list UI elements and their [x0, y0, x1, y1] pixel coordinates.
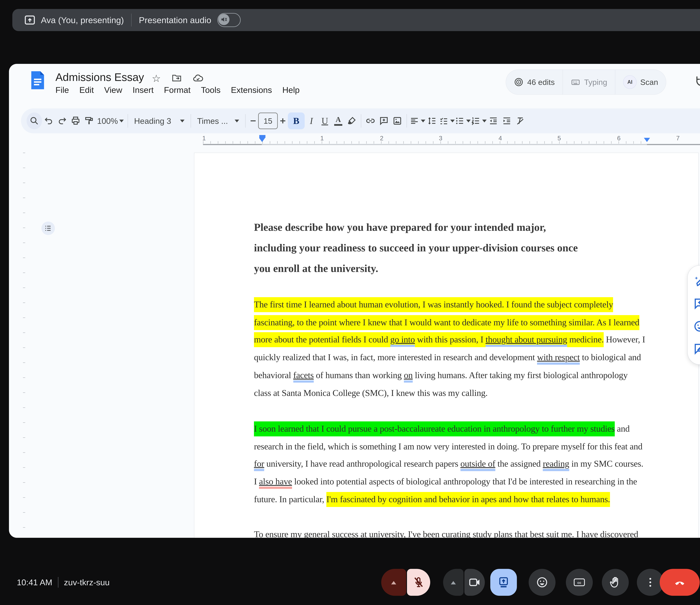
right-indent-marker[interactable]	[644, 138, 650, 145]
doc-text-segment[interactable]: with respect	[537, 352, 580, 365]
text-color-button[interactable]: A	[331, 113, 345, 129]
doc-text-segment[interactable]: including your readiness to succeed in y…	[254, 242, 578, 253]
horizontal-ruler[interactable]: 11234567	[21, 134, 700, 146]
doc-text-segment[interactable]: with this passion, I	[415, 332, 486, 347]
doc-text-segment[interactable]: more about the potential fields I could	[254, 332, 390, 347]
doc-text-line[interactable]: behavioral facets of humans than working…	[254, 370, 628, 380]
edit-trail-button[interactable]: 46 edits	[506, 70, 562, 94]
increase-indent-button[interactable]	[500, 113, 514, 129]
doc-text-segment[interactable]: quickly realized that I was, in fact, mo…	[254, 352, 537, 362]
highlight-color-button[interactable]	[345, 113, 358, 129]
doc-text-segment[interactable]: Please describe how you have prepared fo…	[254, 221, 546, 233]
doc-text-segment[interactable]: outside of	[460, 459, 495, 471]
doc-text-segment[interactable]: and	[615, 424, 630, 434]
redo-button[interactable]	[55, 113, 69, 129]
doc-text-segment[interactable]: However, I	[604, 334, 645, 344]
decrease-indent-button[interactable]	[486, 113, 500, 129]
cloud-check-icon[interactable]	[192, 73, 204, 84]
increase-font-button[interactable]	[278, 113, 288, 129]
doc-text-segment[interactable]: of humans than working	[314, 370, 404, 380]
reactions-button[interactable]	[529, 569, 555, 596]
doc-text-segment[interactable]: research in the field, which is somethin…	[254, 441, 643, 451]
doc-text-segment[interactable]: in my SMC courses.	[569, 459, 643, 468]
doc-text-line[interactable]: fascinating, to the point where I knew t…	[254, 317, 640, 328]
docs-logo[interactable]	[30, 70, 45, 91]
version-history-icon[interactable]	[695, 74, 700, 88]
numbered-list-button[interactable]	[471, 113, 486, 129]
scan-button[interactable]: AI Scan	[615, 70, 666, 94]
print-button[interactable]	[69, 113, 82, 129]
present-button-active[interactable]	[490, 569, 517, 596]
doc-text-line[interactable]: The first time I learned about human evo…	[254, 299, 613, 310]
doc-heading-line[interactable]: you enroll at the university.	[254, 262, 378, 274]
menu-view[interactable]: View	[104, 85, 122, 95]
font-size-input[interactable]: 15	[258, 113, 278, 129]
doc-text-segment[interactable]: living humans. After taking my first bio…	[413, 370, 628, 380]
camera-options-button[interactable]	[443, 569, 464, 596]
menu-help[interactable]: Help	[282, 85, 300, 95]
doc-text-segment[interactable]: medicine.	[567, 332, 604, 347]
doc-text-line[interactable]: more about the potential fields I could …	[254, 334, 645, 345]
star-icon[interactable]: ☆	[152, 73, 161, 84]
insert-link-button[interactable]	[364, 113, 377, 129]
doc-heading-line[interactable]: including your readiness to succeed in y…	[254, 242, 578, 254]
doc-text-segment[interactable]: reading	[543, 459, 569, 471]
document-title[interactable]: Admissions Essay	[55, 71, 144, 83]
doc-text-line[interactable]: for university, I have read anthropologi…	[254, 459, 643, 469]
doc-text-segment[interactable]: thought about pursuing	[485, 332, 567, 347]
captions-button[interactable]: cc	[566, 569, 593, 596]
mic-toggle-button[interactable]	[407, 569, 430, 596]
doc-text-segment[interactable]: on	[404, 370, 413, 383]
add-comment-button[interactable]	[693, 297, 700, 310]
menu-format[interactable]: Format	[164, 85, 191, 95]
search-menus-button[interactable]	[27, 113, 42, 129]
left-indent-marker[interactable]	[259, 138, 265, 145]
doc-text-segment[interactable]: fascinating, to the point where I knew t…	[254, 315, 640, 330]
doc-text-segment[interactable]: to biological and	[580, 352, 641, 362]
end-call-button[interactable]	[660, 569, 700, 596]
paragraph-style-select[interactable]: Heading 3	[130, 113, 188, 129]
menu-file[interactable]: File	[55, 85, 69, 95]
doc-text-segment[interactable]: I	[254, 477, 259, 486]
doc-text-segment[interactable]: behavioral	[254, 370, 293, 380]
doc-text-segment[interactable]: you enroll at the university.	[254, 262, 378, 274]
document-outline-button[interactable]	[42, 222, 55, 235]
paint-format-button[interactable]	[82, 113, 96, 129]
doc-text-segment[interactable]: To ensure my general success at universi…	[254, 529, 638, 538]
emoji-reaction-button[interactable]	[693, 320, 700, 333]
italic-button[interactable]: I	[305, 113, 318, 129]
clear-formatting-button[interactable]	[514, 113, 527, 129]
insert-image-button[interactable]	[391, 113, 404, 129]
doc-text-line[interactable]: research in the field, which is somethin…	[254, 441, 643, 452]
line-spacing-button[interactable]	[425, 113, 439, 129]
doc-text-segment[interactable]: looked into potential aspects of biologi…	[292, 477, 637, 486]
menu-extensions[interactable]: Extensions	[231, 85, 272, 95]
add-comment-button[interactable]	[377, 113, 391, 129]
doc-text-segment[interactable]: I'm fascinated by cognition and behavior…	[326, 492, 610, 507]
doc-text-segment[interactable]: The first time I learned about human evo…	[254, 297, 613, 312]
decrease-font-button[interactable]	[248, 113, 258, 129]
font-select[interactable]: Times ...	[194, 113, 243, 129]
typing-mode-button[interactable]: Typing	[563, 70, 615, 94]
doc-text-segment[interactable]: university, I have read anthropological …	[264, 459, 460, 468]
doc-text-line[interactable]: class at Santa Monica College (SMC), I k…	[254, 388, 488, 398]
doc-text-line[interactable]: To ensure my general success at universi…	[254, 529, 638, 538]
zoom-select[interactable]: 100%	[96, 113, 125, 129]
camera-toggle-button[interactable]	[465, 569, 485, 596]
menu-insert[interactable]: Insert	[132, 85, 154, 95]
doc-text-segment[interactable]: facets	[293, 370, 314, 383]
doc-text-segment[interactable]: class at Santa Monica College (SMC), I k…	[254, 388, 488, 398]
magic-write-button[interactable]	[693, 274, 700, 288]
presentation-audio-toggle[interactable]	[218, 13, 241, 27]
doc-text-segment[interactable]: the assigned	[495, 459, 543, 468]
doc-heading-line[interactable]: Please describe how you have prepared fo…	[254, 221, 546, 233]
move-folder-icon[interactable]	[171, 73, 182, 83]
bulleted-list-button[interactable]	[455, 113, 471, 129]
align-button[interactable]	[409, 113, 425, 129]
first-line-indent-marker[interactable]	[259, 135, 266, 138]
doc-text-line[interactable]: future. In particular, I'm fascinated by…	[254, 494, 610, 504]
doc-text-segment[interactable]: future. In particular,	[254, 494, 326, 504]
doc-text-segment[interactable]: for	[254, 459, 264, 471]
doc-text-segment[interactable]: also have	[259, 477, 292, 489]
doc-text-line[interactable]: I soon learned that I could pursue a pos…	[254, 424, 630, 434]
